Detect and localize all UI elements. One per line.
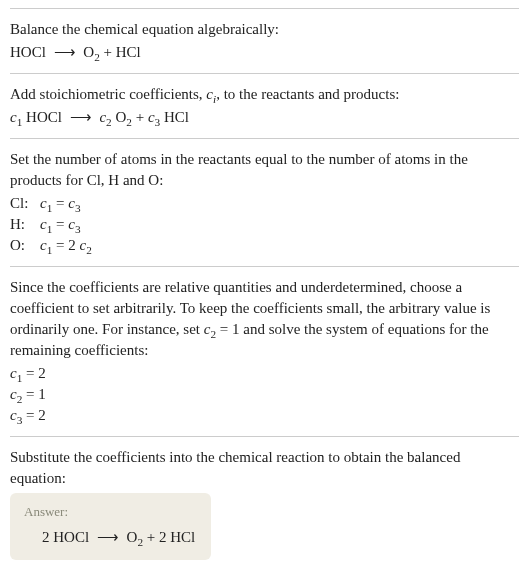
intro-text: Add stoichiometric coefficients, ci, to … <box>10 84 519 105</box>
equation-with-coefficients: c1 HOCl ⟶ c2 O2 + c3 HCl <box>10 107 519 128</box>
arrow-icon: ⟶ <box>54 42 76 63</box>
intro-text: Set the number of atoms in the reactants… <box>10 149 519 191</box>
solution-list: c1 = 2 c2 = 1 c3 = 2 <box>10 363 519 426</box>
arrow-icon: ⟶ <box>97 527 119 548</box>
intro-text: Since the coefficients are relative quan… <box>10 277 519 361</box>
balanced-equation: 2 HOCl ⟶ O2 + 2 HCl <box>24 527 195 548</box>
section-answer: Substitute the coefficients into the che… <box>10 436 519 570</box>
intro-text: Balance the chemical equation algebraica… <box>10 19 519 40</box>
section-atom-equations: Set the number of atoms in the reactants… <box>10 138 519 266</box>
var-ci: c <box>206 86 213 102</box>
arrow-icon: ⟶ <box>70 107 92 128</box>
atom-equations-list: Cl: c1 = c3 H: c1 = c3 O: c1 = 2 c2 <box>10 193 519 256</box>
solution-row: c1 = 2 <box>10 363 519 384</box>
section-balance-intro: Balance the chemical equation algebraica… <box>10 8 519 73</box>
atom-row-o: O: c1 = 2 c2 <box>10 235 519 256</box>
section-add-coefficients: Add stoichiometric coefficients, ci, to … <box>10 73 519 138</box>
atom-row-cl: Cl: c1 = c3 <box>10 193 519 214</box>
atom-label: H: <box>10 214 32 235</box>
solution-row: c2 = 1 <box>10 384 519 405</box>
eq-reactant: HOCl <box>10 44 50 60</box>
equation-unbalanced: HOCl ⟶ O2 + HCl <box>10 42 519 63</box>
eq-product-b: + HCl <box>100 44 141 60</box>
section-solve: Since the coefficients are relative quan… <box>10 266 519 436</box>
atom-label: Cl: <box>10 193 32 214</box>
answer-label: Answer: <box>24 503 195 521</box>
answer-box: Answer: 2 HOCl ⟶ O2 + 2 HCl <box>10 493 211 560</box>
atom-row-h: H: c1 = c3 <box>10 214 519 235</box>
solution-row: c3 = 2 <box>10 405 519 426</box>
intro-text: Substitute the coefficients into the che… <box>10 447 519 489</box>
eq-product-a: O <box>80 44 95 60</box>
atom-label: O: <box>10 235 32 256</box>
